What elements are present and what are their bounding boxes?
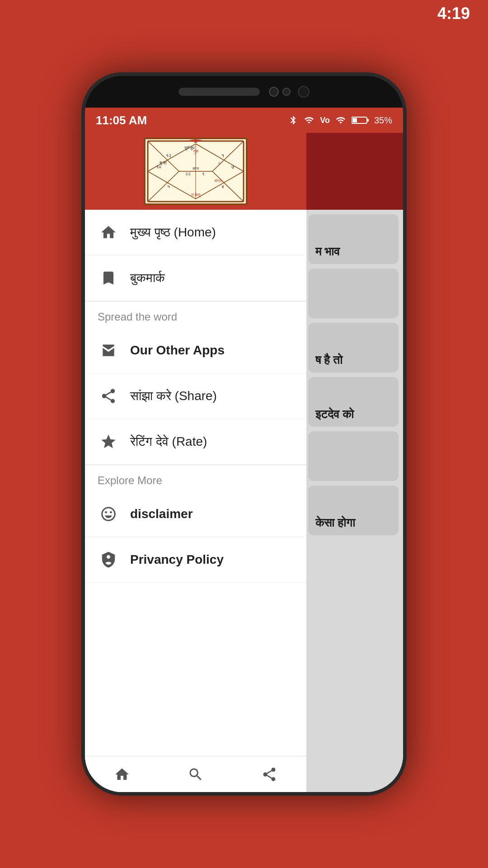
svg-text:७: ७ (231, 164, 234, 170)
home-svg (100, 224, 117, 241)
svg-text:सूर्य बुध: सूर्य बुध (184, 145, 195, 151)
menu-item-other-apps[interactable]: Our Other Apps (85, 328, 306, 373)
privacy-label: Privancy Policy (130, 552, 224, 567)
battery-percent: 35% (374, 115, 392, 126)
menu-item-rate[interactable]: रेटिंग देवे (Rate) (85, 419, 306, 465)
battery-icon (352, 115, 370, 125)
share-icon (98, 385, 119, 407)
wifi-icon (334, 115, 347, 125)
svg-text:८: ८ (218, 160, 221, 165)
bottom-nav-search[interactable] (188, 766, 204, 783)
shield-svg (100, 551, 117, 568)
phone-top-bar (85, 76, 403, 108)
svg-text:मंगल: मंगल (214, 179, 222, 183)
menu-item-home[interactable]: मुख्य पृष्ठ (Home) (85, 210, 306, 255)
disclaimer-label: disclaimer (130, 507, 193, 521)
store-icon (98, 340, 119, 361)
svg-text:शु ब्र: शु ब्र (159, 160, 167, 165)
svg-text:१२: १२ (166, 153, 171, 158)
home-label: मुख्य पृष्ठ (Home) (130, 225, 216, 240)
bookmark-icon (98, 267, 119, 289)
svg-text:लग्न: लग्न (192, 166, 199, 171)
other-apps-label: Our Other Apps (130, 343, 225, 358)
menu-item-bookmark[interactable]: बुकमार्क (85, 255, 306, 301)
svg-rect-1 (367, 119, 369, 122)
svg-rect-2 (352, 118, 357, 123)
menu-section-explore: disclaimer Privancy Policy (85, 491, 306, 583)
phone-content: म भाव ष है तो इटदेव को केसा होगा (85, 133, 403, 792)
front-camera (269, 87, 279, 97)
vo-label: Vo (320, 116, 330, 125)
menu-section-spread: Our Other Apps सांझा करे (Share) (85, 328, 306, 465)
share-label: सांझा करे (Share) (130, 389, 217, 404)
home-icon (98, 222, 119, 243)
svg-text:१: १ (221, 153, 224, 158)
svg-text:४: ४ (221, 184, 224, 189)
speaker (178, 88, 260, 96)
smile-icon (98, 503, 119, 525)
top-time: 4:19 (437, 4, 470, 23)
signal-icon (303, 115, 315, 125)
explore-section-header: Explore More (85, 465, 306, 491)
menu-item-disclaimer[interactable]: disclaimer (85, 491, 306, 537)
share-svg (100, 387, 117, 405)
shield-icon (98, 549, 119, 571)
bookmark-svg (100, 269, 117, 287)
phone-frame: 11:05 AM Vo (81, 72, 407, 796)
spread-section-header: Spread the word (85, 302, 306, 328)
status-time: 11:05 AM (96, 113, 147, 127)
header-right-dark (304, 133, 403, 210)
svg-text:५: ५ (167, 184, 170, 189)
rate-label: रेटिंग देवे (Rate) (130, 434, 207, 449)
status-bar: 11:05 AM Vo (85, 108, 403, 133)
store-svg (100, 342, 117, 359)
drawer: गुरु सूर्य बुध १ ८ ७ ४ मंगल रा केतु (85, 133, 306, 792)
svg-text:९: ९ (202, 171, 205, 176)
menu-item-privacy[interactable]: Privancy Policy (85, 537, 306, 583)
outer-wrapper: 4:19 11:05 AM Vo (0, 0, 488, 868)
bottom-nav-share[interactable] (261, 766, 277, 783)
star-icon (98, 431, 119, 453)
bottom-share-icon (261, 766, 277, 783)
bottom-home-icon (114, 766, 130, 783)
bluetooth-icon (288, 115, 298, 125)
kundali-svg: गुरु सूर्य बुध १ ८ ७ ४ मंगल रा केतु (146, 139, 245, 203)
menu-item-share[interactable]: सांझा करे (Share) (85, 373, 306, 419)
dim-overlay (299, 210, 403, 792)
bottom-search-icon (188, 766, 204, 783)
selfie-camera (298, 86, 310, 98)
bottom-nav-bar (85, 756, 306, 792)
top-time-bar: 4:19 (0, 0, 488, 27)
front-camera-2 (282, 88, 291, 96)
svg-text:२२: २२ (185, 171, 191, 176)
star-svg (100, 433, 117, 450)
status-icons: Vo 35% (288, 115, 392, 126)
svg-point-26 (194, 139, 197, 143)
drawer-header: गुरु सूर्य बुध १ ८ ७ ४ मंगल रा केतु (85, 133, 306, 210)
smile-svg (100, 505, 117, 523)
kundali-chart: गुरु सूर्य बुध १ ८ ७ ४ मंगल रा केतु (144, 137, 248, 205)
bookmark-label: बुकमार्क (130, 271, 165, 286)
svg-text:रा केतु: रा केतु (191, 192, 202, 198)
bottom-nav-home[interactable] (114, 766, 130, 783)
menu-section-main: मुख्य पृष्ठ (Home) बुकमार्क (85, 210, 306, 301)
